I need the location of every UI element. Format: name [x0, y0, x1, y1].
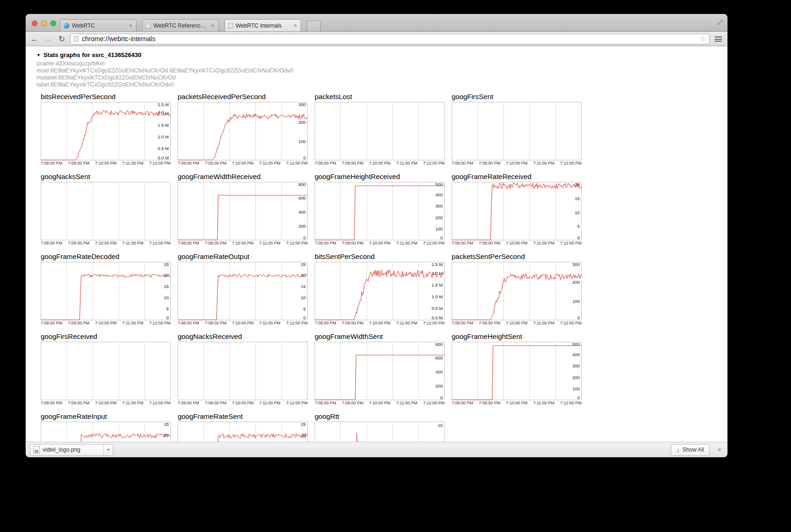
chart-x-axis-labels: 7:08:00 PM7:09:00 PM7:10:00 PM7:11:00 PM… [452, 401, 582, 405]
tab-strip: WebRTC × WebRTC Reference App × WebRTC I… [26, 14, 727, 32]
x-tick-label: 7:10:00 PM [95, 401, 116, 405]
svg-text:100: 100 [572, 299, 580, 304]
minimize-window-button[interactable] [41, 21, 47, 26]
chart-x-axis-labels: 7:08:00 PM7:09:00 PM7:10:00 PM7:11:00 PM… [41, 161, 171, 165]
x-tick-label: 7:12:00 PM [286, 241, 308, 245]
x-tick-label: 7:09:00 PM [479, 241, 500, 245]
chart-packetsLost: packetsLost7:08:00 PM7:09:00 PM7:10:00 P… [315, 93, 445, 166]
chart-title: googFrameHeightReceived [315, 173, 445, 182]
x-tick-label: 7:11:00 PM [122, 321, 143, 325]
x-tick-label: 7:11:00 PM [396, 161, 417, 165]
x-tick-label: 7:11:00 PM [533, 401, 554, 405]
x-tick-label: 7:10:00 PM [95, 161, 116, 165]
download-bar-close-icon[interactable]: × [716, 446, 723, 453]
reload-button[interactable]: ↻ [57, 35, 67, 43]
chart-title: googFirsSent [452, 93, 582, 102]
ssrc-label: label:6E9laEYkyxIkTCxDgc82ZGoEhlCfxNuCKr… [36, 81, 727, 88]
chart-x-axis-labels: 7:08:00 PM7:09:00 PM7:10:00 PM7:11:00 PM… [178, 161, 308, 165]
chart-x-axis-labels: 7:08:00 PM7:09:00 PM7:10:00 PM7:11:00 PM… [452, 321, 582, 325]
svg-text:0: 0 [440, 395, 443, 400]
x-tick-label: 7:12:00 PM [560, 401, 582, 405]
tab-webrtc-internals[interactable]: WebRTC Internals × [224, 19, 301, 31]
x-tick-label: 7:12:00 PM [560, 161, 582, 165]
download-caret-icon[interactable]: ▾ [103, 445, 113, 455]
svg-text:15: 15 [301, 284, 306, 289]
chart-googNacksReceived: googNacksReceived7:08:00 PM7:09:00 PM7:1… [178, 332, 308, 406]
url-text[interactable]: chrome://webrtc-internals [82, 35, 697, 43]
x-tick-label: 7:08:00 PM [315, 321, 336, 325]
svg-text:25: 25 [301, 422, 306, 427]
svg-text:0: 0 [577, 395, 580, 400]
x-tick-label: 7:09:00 PM [68, 241, 89, 245]
x-tick-label: 7:09:00 PM [479, 321, 500, 325]
x-tick-label: 7:09:00 PM [479, 161, 500, 165]
stats-header: ▼ Stats graphs for ssrc_4136526430 cname… [36, 51, 727, 88]
chart-bitsReceivedPerSecond: bitsReceivedPerSecond2.5 M2.0 M1.5 M1.0 … [41, 93, 171, 166]
chart-title: packetsLost [315, 93, 445, 102]
chart-x-axis-labels: 7:08:00 PM7:09:00 PM7:10:00 PM7:11:00 PM… [452, 241, 582, 245]
x-tick-label: 7:09:00 PM [68, 401, 89, 405]
x-tick-label: 7:11:00 PM [259, 321, 280, 325]
tab-webrtc-reference-app[interactable]: WebRTC Reference App × [142, 19, 219, 31]
svg-text:25: 25 [164, 262, 169, 267]
x-tick-label: 7:09:00 PM [68, 321, 89, 325]
svg-text:15: 15 [438, 423, 443, 428]
svg-text:200: 200 [572, 375, 580, 380]
tab-webrtc[interactable]: WebRTC × [60, 19, 137, 31]
stats-graphs-header[interactable]: ▼ Stats graphs for ssrc_4136526430 [36, 51, 727, 58]
svg-text:0: 0 [577, 315, 580, 320]
chart-googFirsReceived: googFirsReceived7:08:00 PM7:09:00 PM7:10… [41, 332, 171, 406]
chart-x-axis-labels: 7:08:00 PM7:09:00 PM7:10:00 PM7:11:00 PM… [315, 321, 445, 325]
bookmark-star-icon[interactable]: ☆ [700, 35, 706, 43]
chart-title: bitsSentPerSecond [315, 252, 445, 262]
x-tick-label: 7:10:00 PM [369, 241, 390, 245]
svg-text:200: 200 [572, 280, 580, 285]
x-tick-label: 7:11:00 PM [396, 321, 417, 325]
toolbar: ← → ↻ chrome://webrtc-internals ☆ [26, 32, 727, 46]
x-tick-label: 7:11:00 PM [533, 321, 554, 325]
x-tick-label: 7:08:00 PM [178, 161, 199, 165]
x-tick-label: 7:12:00 PM [423, 321, 445, 325]
x-tick-label: 7:10:00 PM [95, 241, 116, 245]
chart-title: googFrameRateSent [178, 412, 308, 422]
svg-text:200: 200 [298, 120, 306, 125]
download-arrow-icon: ↓ [676, 446, 680, 453]
x-tick-label: 7:09:00 PM [342, 321, 363, 325]
chart-x-axis-labels: 7:08:00 PM7:09:00 PM7:10:00 PM7:11:00 PM… [178, 241, 308, 245]
webrtc-favicon-icon [64, 23, 69, 29]
svg-text:25: 25 [164, 422, 169, 427]
x-tick-label: 7:12:00 PM [423, 241, 445, 245]
tab-close-icon[interactable]: × [128, 22, 133, 29]
x-tick-label: 7:12:00 PM [149, 241, 171, 245]
chart-plot-area: 5004003002001000 [315, 182, 445, 240]
chart-packetsSentPerSecond: packetsSentPerSecond30020010007:08:00 PM… [452, 252, 582, 326]
x-tick-label: 7:11:00 PM [396, 401, 417, 405]
fullscreen-icon[interactable]: ⤢ [718, 18, 723, 26]
close-window-button[interactable] [32, 21, 37, 26]
zoom-window-button[interactable] [50, 21, 56, 26]
x-tick-label: 7:09:00 PM [68, 161, 89, 165]
chart-title: googFrameRateReceived [452, 173, 582, 182]
svg-text:200: 200 [298, 223, 306, 229]
svg-text:600: 600 [435, 355, 443, 360]
new-tab-button[interactable] [307, 21, 321, 31]
back-button[interactable]: ← [29, 35, 40, 43]
svg-text:25: 25 [301, 262, 306, 267]
chart-plot-area: 5004003002001000 [452, 342, 582, 400]
chart-title: googFrameRateInput [41, 412, 171, 422]
forward-button[interactable]: → [43, 35, 53, 43]
menu-icon[interactable] [715, 36, 722, 42]
chart-plot-area: 2520151050 [178, 422, 308, 442]
x-tick-label: 7:08:00 PM [41, 321, 62, 325]
x-tick-label: 7:08:00 PM [178, 241, 199, 245]
tab-title: WebRTC Internals [236, 22, 290, 29]
chart-plot-area: 2520151050 [41, 422, 171, 442]
download-item[interactable]: vidtel_logo.png ▾ [30, 444, 113, 456]
tab-close-icon[interactable]: × [210, 22, 215, 29]
x-tick-label: 7:12:00 PM [149, 401, 171, 405]
tab-close-icon[interactable]: × [293, 22, 297, 29]
show-all-button[interactable]: ↓ Show All [671, 444, 710, 456]
omnibox[interactable]: chrome://webrtc-internals ☆ [70, 34, 710, 44]
svg-text:800: 800 [298, 182, 306, 187]
svg-text:400: 400 [435, 192, 443, 197]
